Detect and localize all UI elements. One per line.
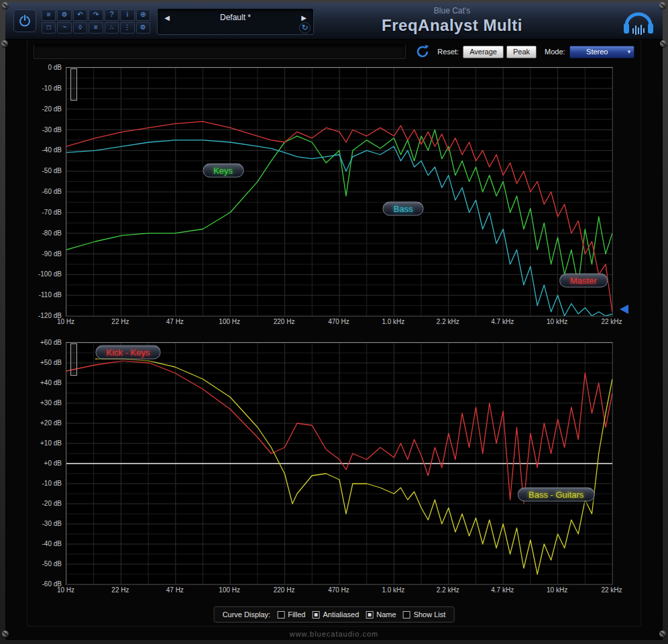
checkbox-name[interactable]	[366, 611, 373, 619]
checkbox-label: Name	[376, 610, 396, 619]
zoom-icon[interactable]: ⊕	[136, 9, 150, 21]
checkbox-show-list[interactable]	[403, 611, 410, 619]
freq-axis-labels: 10 Hz22 Hz47 Hz100 Hz220 Hz470 Hz1.0 kHz…	[66, 318, 612, 327]
brand-text: Blue Cat's	[339, 6, 565, 15]
compare-icon[interactable]: ◊	[73, 22, 87, 34]
plugin-window: ≡⚙↶↷?i⊕□~◊≡∴⋮⚙ ◀ Default * ▶ ↻ Blue Cat'…	[0, 0, 668, 644]
freq-tick-label: 1.0 kHz	[382, 586, 404, 594]
refresh-button[interactable]	[415, 44, 430, 59]
checkbox-label: Antialiased	[323, 610, 359, 619]
curve-display-label: Curve Display:	[223, 610, 271, 619]
zoom-handle[interactable]	[70, 68, 77, 101]
curve-bass---guitars	[95, 359, 612, 574]
options-icon[interactable]: ⚙	[136, 22, 150, 34]
db-tick-label: -40 dB	[42, 540, 62, 547]
db-tick-label: -60 dB	[42, 188, 62, 195]
checkbox-label: Show List	[414, 610, 446, 619]
option-name[interactable]: Name	[366, 610, 396, 619]
db-tick-label: -110 dB	[39, 291, 62, 299]
freq-tick-label: 22 Hz	[111, 318, 129, 325]
checkbox-antialiased[interactable]	[312, 611, 319, 619]
title-block: Blue Cat's FreqAnalyst Multi	[339, 6, 565, 35]
db-tick-label: -50 dB	[42, 167, 62, 174]
plot-canvas-top[interactable]: KeysBassMaster	[66, 67, 613, 317]
list-icon[interactable]: ⋮	[120, 22, 134, 34]
preset-next-icon[interactable]: ▶	[298, 14, 309, 21]
headphones-logo-icon	[620, 5, 657, 36]
screw	[659, 631, 666, 637]
db-axis-labels: +60 dB+50 dB+40 dB+30 dB+20 dB+10 dB+0 d…	[34, 342, 63, 600]
freq-tick-label: 22 kHz	[601, 318, 622, 325]
footer-url: www.bluecataudio.com	[5, 630, 663, 638]
spectrum-svg-top	[66, 68, 612, 316]
freq-tick-label: 47 Hz	[166, 586, 184, 594]
power-icon	[19, 15, 31, 27]
freq-tick-label: 4.7 kHz	[491, 586, 514, 594]
db-tick-label: -80 dB	[42, 229, 62, 236]
freq-tick-label: 1.0 kHz	[382, 318, 404, 325]
scroll-left-arrow-icon[interactable]	[620, 305, 628, 314]
db-tick-label: -30 dB	[42, 520, 62, 527]
zoom-handle[interactable]	[70, 343, 77, 376]
db-tick-label: +50 dB	[40, 359, 62, 366]
freq-tick-label: 22 Hz	[111, 586, 129, 594]
db-tick-label: 0 dB	[48, 64, 62, 71]
redo-icon[interactable]: ↷	[89, 9, 103, 21]
preset-selector[interactable]: ◀ Default * ▶ ↻	[157, 8, 314, 35]
db-tick-label: +20 dB	[40, 419, 62, 427]
undo-icon[interactable]: ↶	[73, 9, 87, 21]
detail-icon[interactable]: ∴	[105, 22, 119, 34]
db-tick-label: -40 dB	[42, 146, 62, 154]
db-tick-label: -20 dB	[42, 500, 62, 507]
freq-tick-label: 22 kHz	[601, 586, 622, 594]
db-tick-label: +30 dB	[40, 399, 62, 407]
info-icon[interactable]: i	[120, 9, 134, 21]
preset-name[interactable]: Default *	[172, 13, 298, 22]
spectrum-plot-top: 0 dB-10 dB-20 dB-30 dB-40 dB-50 dB-60 dB…	[34, 67, 628, 330]
freq-tick-label: 10 kHz	[547, 318, 567, 325]
freq-tick-label: 100 Hz	[219, 586, 240, 594]
db-tick-label: -20 dB	[42, 105, 62, 112]
checkbox-label: Filled	[288, 610, 305, 619]
checkbox-filled[interactable]	[277, 611, 284, 619]
freq-tick-label: 47 Hz	[166, 318, 184, 325]
mode-dropdown[interactable]: Stereo ▼	[569, 46, 634, 58]
freq-tick-label: 470 Hz	[328, 318, 349, 325]
curve-label-bass[interactable]: Bass	[383, 202, 424, 216]
curve-label-kick---keys[interactable]: Kick - Keys	[95, 345, 160, 360]
power-button[interactable]	[13, 9, 36, 32]
curve-label-master[interactable]: Master	[559, 274, 608, 288]
freq-tick-label: 2.2 kHz	[437, 586, 459, 594]
db-tick-label: -30 dB	[42, 125, 62, 133]
option-show-list[interactable]: Show List	[403, 610, 446, 619]
curve-label-bass---guitars[interactable]: Bass - Guitars	[518, 488, 594, 502]
screw	[2, 631, 9, 637]
header-bar: ≡⚙↶↷?i⊕□~◊≡∴⋮⚙ ◀ Default * ▶ ↻ Blue Cat'…	[5, 3, 663, 40]
preset-prev-icon[interactable]: ◀	[162, 14, 172, 21]
peak-button[interactable]: Peak	[506, 46, 537, 58]
display-icon[interactable]: □	[42, 22, 56, 34]
help-icon[interactable]: ?	[105, 9, 119, 21]
option-antialiased[interactable]: Antialiased	[312, 610, 359, 619]
settings-icon[interactable]: ⚙	[57, 9, 71, 21]
curve-icon[interactable]: ~	[57, 22, 71, 34]
freq-tick-label: 10 Hz	[57, 586, 74, 594]
screw	[660, 40, 667, 47]
preset-reload-icon[interactable]: ↻	[299, 22, 311, 34]
plot-canvas-bottom[interactable]: Kick - KeysBass - Guitars	[66, 342, 613, 585]
plugin-body: ≡⚙↶↷?i⊕□~◊≡∴⋮⚙ ◀ Default * ▶ ↻ Blue Cat'…	[5, 3, 663, 640]
spectrum-plot-bottom: +60 dB+50 dB+40 dB+30 dB+20 dB+10 dB+0 d…	[34, 342, 628, 600]
screw	[1, 40, 8, 47]
curve-display-bar: Curve Display: FilledAntialiasedNameShow…	[214, 606, 455, 623]
bars-icon[interactable]: ≡	[89, 22, 103, 34]
freq-tick-label: 4.7 kHz	[491, 318, 514, 325]
curve-label-keys[interactable]: Keys	[203, 164, 243, 178]
db-tick-label: +10 dB	[40, 439, 62, 447]
spectrum-svg-bottom	[66, 343, 612, 584]
average-button[interactable]: Average	[463, 46, 504, 58]
db-tick-label: -100 dB	[38, 270, 62, 278]
db-tick-label: -50 dB	[42, 560, 62, 568]
option-filled[interactable]: Filled	[277, 610, 305, 619]
freq-tick-label: 2.2 kHz	[437, 318, 459, 325]
menu-icon[interactable]: ≡	[42, 9, 56, 21]
